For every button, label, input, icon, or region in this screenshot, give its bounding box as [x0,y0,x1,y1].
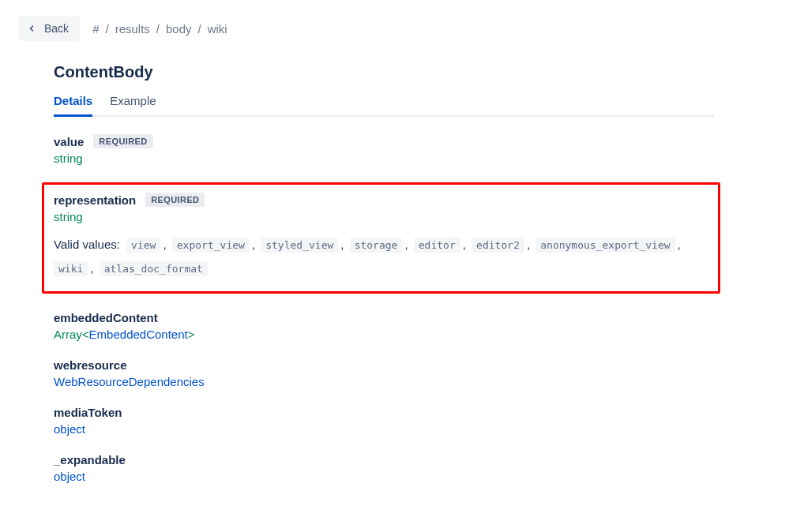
property-name: webresource [54,358,127,372]
required-badge: REQUIRED [93,134,152,148]
required-badge: REQUIRED [145,193,205,207]
valid-values-label: Valid values: [54,238,123,251]
breadcrumb: #/results/body/wiki [92,22,227,36]
properties-list: valueREQUIREDstringrepresentationREQUIRE… [54,134,714,483]
breadcrumb-item[interactable]: wiki [208,22,227,36]
property-_expandable: _expandableobject [54,453,714,483]
property-name: mediaToken [54,406,122,419]
property-type[interactable]: Array<EmbeddedContent> [54,328,714,341]
valid-value-chip: atlas_doc_format [100,261,208,276]
property-type[interactable]: object [54,422,714,436]
valid-value-chip: wiki [54,261,88,276]
valid-value-chip: editor [414,238,460,253]
breadcrumb-separator: / [198,22,201,36]
property-name: embeddedContent [54,311,158,324]
header-row: Back #/results/body/wiki [19,16,770,41]
back-button-label: Back [44,22,69,35]
tabs: DetailsExample [54,94,714,117]
breadcrumb-item[interactable]: results [115,22,150,36]
property-type[interactable]: object [54,470,714,483]
property-name: value [54,135,84,148]
property-header: _expandable [54,453,714,466]
valid-value-chip: styled_view [261,238,338,253]
property-name: _expandable [54,453,126,466]
property-header: mediaToken [54,406,714,419]
property-header: representationREQUIRED [54,193,708,207]
breadcrumb-item[interactable]: # [92,22,99,36]
property-type[interactable]: WebResourceDependencies [54,375,714,388]
property-name: representation [54,193,136,207]
property-representation: representationREQUIREDstringValid values… [42,182,720,294]
property-webresource: webresourceWebResourceDependencies [54,358,714,388]
property-mediaToken: mediaTokenobject [54,406,714,436]
valid-values: Valid values: view, export_view, styled_… [54,233,708,280]
valid-value-chip: export_view [172,238,250,253]
tab-example[interactable]: Example [110,94,156,117]
property-type: string [54,210,708,223]
back-button[interactable]: Back [19,16,80,41]
page-title: ContentBody [54,63,714,81]
valid-value-chip: view [126,238,160,253]
valid-value-chip: storage [350,238,403,253]
property-embeddedContent: embeddedContentArray<EmbeddedContent> [54,311,714,341]
breadcrumb-item[interactable]: body [166,22,192,36]
tab-details[interactable]: Details [54,94,92,117]
content-panel: ContentBody DetailsExample valueREQUIRED… [19,63,714,483]
valid-value-chip: anonymous_export_view [535,238,674,253]
property-header: valueREQUIRED [54,134,714,148]
property-value: valueREQUIREDstring [54,134,714,165]
property-header: embeddedContent [54,311,714,324]
chevron-left-icon [27,24,36,33]
property-header: webresource [54,358,714,372]
breadcrumb-separator: / [156,22,160,36]
property-type: string [54,152,714,165]
breadcrumb-separator: / [105,22,108,36]
valid-value-chip: editor2 [472,238,524,253]
